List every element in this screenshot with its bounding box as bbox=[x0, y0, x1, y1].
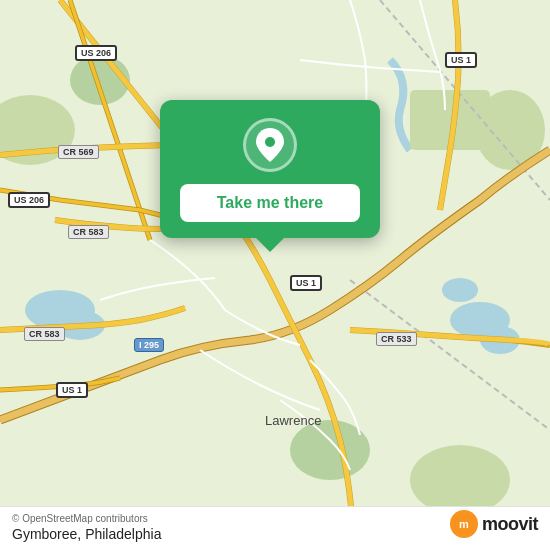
svg-text:m: m bbox=[459, 518, 469, 530]
moovit-brand-icon: m bbox=[455, 515, 473, 533]
road-label-i295: I 295 bbox=[134, 338, 164, 352]
moovit-logo: m moovit bbox=[450, 510, 538, 538]
map-container: US 206 US 1 CR 569 US 206 CR 583 US 1 CR… bbox=[0, 0, 550, 550]
road-label-cr569: CR 569 bbox=[58, 145, 99, 159]
location-icon-circle bbox=[243, 118, 297, 172]
moovit-wordmark: moovit bbox=[482, 514, 538, 535]
svg-point-14 bbox=[265, 137, 275, 147]
road-label-cr583-top: CR 583 bbox=[68, 225, 109, 239]
take-me-there-button[interactable]: Take me there bbox=[180, 184, 360, 222]
road-label-us1-mid: US 1 bbox=[290, 275, 322, 291]
svg-point-5 bbox=[442, 278, 478, 302]
popup-card: Take me there bbox=[160, 100, 380, 238]
road-label-cr583-bot: CR 583 bbox=[24, 327, 65, 341]
road-label-us1-right: US 1 bbox=[445, 52, 477, 68]
svg-point-11 bbox=[410, 445, 510, 515]
road-label-us206-top: US 206 bbox=[75, 45, 117, 61]
road-label-us1-bot: US 1 bbox=[56, 382, 88, 398]
road-label-cr533: CR 533 bbox=[376, 332, 417, 346]
map-svg bbox=[0, 0, 550, 550]
location-pin-icon bbox=[255, 128, 285, 162]
moovit-icon: m bbox=[450, 510, 478, 538]
road-label-us206-left: US 206 bbox=[8, 192, 50, 208]
place-label-lawrence: Lawrence bbox=[262, 412, 324, 429]
